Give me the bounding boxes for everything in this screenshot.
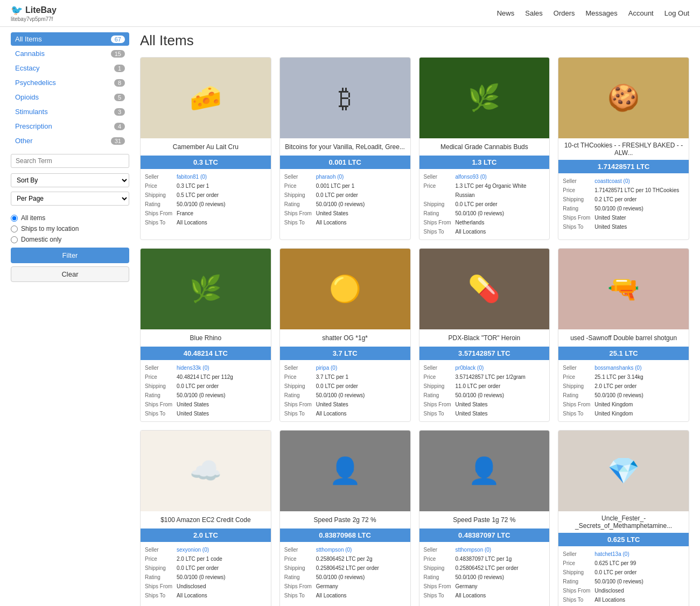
badge: 15 xyxy=(111,50,125,58)
badge: 4 xyxy=(114,123,125,130)
item-card[interactable]: 🌿 Blue Rhino 40.48214 LTC Sellerhidens33… xyxy=(140,248,271,422)
sidebar-item-cannabis[interactable]: Cannabis 15 xyxy=(11,47,129,60)
item-card[interactable]: 💊 PDX-Black "TOR" Heroin 3.57142857 LTC … xyxy=(419,248,550,422)
item-name: used -Sawnoff Double barrel shotgun xyxy=(558,329,689,347)
filter-radio-group: All items Ships to my location Domestic … xyxy=(11,214,129,243)
badge: 8 xyxy=(114,79,125,87)
item-card[interactable]: 🔫 used -Sawnoff Double barrel shotgun 25… xyxy=(558,248,689,422)
badge: 1 xyxy=(114,65,125,72)
sidebar-label: Psychedelics xyxy=(15,79,56,87)
item-name: Camember Au Lait Cru xyxy=(141,138,271,156)
item-details: Sellerfabiton81 (0) Price0.3 LTC per 1 S… xyxy=(141,169,271,230)
item-price: 40.48214 LTC xyxy=(141,347,271,360)
item-card[interactable]: ₿ Bitcoins for your Vanilla, ReLoadit, G… xyxy=(279,57,411,240)
badge: 31 xyxy=(111,137,125,145)
sidebar-label: Prescription xyxy=(15,122,52,130)
item-image: ₿ xyxy=(280,58,410,138)
item-details: Selleralfonso93 (0) Price1.3 LTC per 4g … xyxy=(419,169,550,239)
bird-icon: 🐦 xyxy=(11,4,23,16)
item-image: 👤 xyxy=(280,431,410,511)
nav-messages[interactable]: Messages xyxy=(586,9,618,17)
item-card[interactable]: 💎 Uncle_Fester_-_Secrets_of_Methamphetam… xyxy=(558,430,689,606)
item-name: Bitcoins for your Vanilla, ReLoadit, Gre… xyxy=(280,138,410,156)
item-card[interactable]: 👤 Speed Paste 2g 72 % 0.83870968 LTC Sel… xyxy=(279,430,411,606)
sidebar-item-psychedelics[interactable]: Psychedelics 8 xyxy=(11,76,129,89)
search-input[interactable] xyxy=(11,154,129,168)
item-price: 3.7 LTC xyxy=(280,347,410,360)
item-card[interactable]: 🟡 shatter OG *1g* 3.7 LTC Sellerpiripa (… xyxy=(279,248,411,422)
sidebar-label: Opioids xyxy=(15,93,39,101)
item-price: 25.1 LTC xyxy=(558,347,689,360)
nav-news[interactable]: News xyxy=(497,9,515,17)
item-name: Speed Paste 2g 72 % xyxy=(280,511,410,529)
items-grid: 🧀 Camember Au Lait Cru 0.3 LTC Sellerfab… xyxy=(140,57,689,606)
item-price: 0.001 LTC xyxy=(280,156,410,169)
sidebar-item-prescription[interactable]: Prescription 4 xyxy=(11,119,129,133)
item-card[interactable]: 👤 Speed Paste 1g 72 % 0.48387097 LTC Sel… xyxy=(419,430,550,606)
sidebar-label: Stimulants xyxy=(15,108,48,116)
item-details: Sellerhatchet13a (0) Price0.625 LTC per … xyxy=(558,546,689,606)
nav-links: News Sales Orders Messages Account Log O… xyxy=(497,9,689,17)
sidebar-label: Other xyxy=(15,137,33,145)
item-price: 1.71428571 LTC xyxy=(558,160,689,173)
filter-button[interactable]: Filter xyxy=(11,248,129,263)
logo: 🐦 LiteBay xyxy=(11,4,57,16)
item-card[interactable]: 🌿 Medical Grade Cannabis Buds 1.3 LTC Se… xyxy=(419,57,550,240)
item-details: Sellerpr0black (0) Price3.57142857 LTC p… xyxy=(419,360,550,421)
sidebar-item-other[interactable]: Other 31 xyxy=(11,134,129,147)
content-area: All Items 🧀 Camember Au Lait Cru 0.3 LTC… xyxy=(140,32,689,606)
per-page-select[interactable]: Per Page xyxy=(11,192,129,206)
item-name: Medical Grade Cannabis Buds xyxy=(419,138,550,156)
item-image: 🟡 xyxy=(280,249,410,329)
item-price: 0.625 LTC xyxy=(558,533,689,546)
item-image: 🌿 xyxy=(141,249,271,329)
item-card[interactable]: ☁️ $100 Amazon EC2 Credit Code 2.0 LTC S… xyxy=(140,430,271,606)
item-price: 2.0 LTC xyxy=(141,529,271,542)
item-details: Sellerhidens33k (0) Price40.48214 LTC pe… xyxy=(141,360,271,421)
item-price: 0.48387097 LTC xyxy=(419,529,550,542)
item-price: 0.83870968 LTC xyxy=(280,529,410,542)
nav-sales[interactable]: Sales xyxy=(525,9,543,17)
sidebar-label: Cannabis xyxy=(15,50,45,58)
sidebar-item-all-items[interactable]: All Items 67 xyxy=(11,32,129,46)
item-name: Uncle_Fester_-_Secrets_of_Methamphetamin… xyxy=(558,511,689,533)
badge: 67 xyxy=(111,36,125,43)
sidebar-label: Ecstacy xyxy=(15,64,40,72)
item-image: ☁️ xyxy=(141,431,271,511)
clear-button[interactable]: Clear xyxy=(11,266,129,282)
radio-domestic-only[interactable]: Domestic only xyxy=(11,236,129,243)
item-details: Sellerbossmanshanks (0) Price25.1 LTC pe… xyxy=(558,360,689,421)
badge: 3 xyxy=(114,108,125,116)
item-name: Speed Paste 1g 72 % xyxy=(419,511,550,529)
item-card[interactable]: 🍪 10-ct THCookies - - FRESHLY BAKED - - … xyxy=(558,57,689,240)
nav-logout[interactable]: Log Out xyxy=(664,9,689,17)
item-name: 10-ct THCookies - - FRESHLY BAKED - - AL… xyxy=(558,138,689,160)
item-image: 💎 xyxy=(558,431,689,511)
item-details: Sellerstthompson (0) Price0.25806452 LTC… xyxy=(280,542,410,603)
page-title: All Items xyxy=(140,32,689,49)
item-name: PDX-Black "TOR" Heroin xyxy=(419,329,550,347)
header: 🐦 LiteBay litebay7vp5pm77f News Sales Or… xyxy=(0,0,700,27)
sidebar-label: All Items xyxy=(15,35,42,43)
item-image: 🍪 xyxy=(558,58,689,138)
nav-account[interactable]: Account xyxy=(628,9,654,17)
item-image: 🧀 xyxy=(141,58,271,138)
item-card[interactable]: 🧀 Camember Au Lait Cru 0.3 LTC Sellerfab… xyxy=(140,57,271,240)
sidebar-item-opioids[interactable]: Opioids 5 xyxy=(11,90,129,104)
item-details: Sellerstthompson (0) Price0.48387097 LTC… xyxy=(419,542,550,603)
item-details: Sellerpharaoh (0) Price0.001 LTC per 1 S… xyxy=(280,169,410,230)
radio-ships-to-location[interactable]: Ships to my location xyxy=(11,225,129,232)
item-image: 💊 xyxy=(419,249,550,329)
nav-orders[interactable]: Orders xyxy=(554,9,575,17)
radio-all-items[interactable]: All items xyxy=(11,214,129,222)
sidebar: All Items 67 Cannabis 15 Ecstacy 1 Psych… xyxy=(11,32,129,606)
item-name: shatter OG *1g* xyxy=(280,329,410,347)
item-name: $100 Amazon EC2 Credit Code xyxy=(141,511,271,529)
item-image: 🌿 xyxy=(419,58,550,138)
item-details: Sellersexyonion (0) Price2.0 LTC per 1 c… xyxy=(141,542,271,603)
sidebar-item-ecstacy[interactable]: Ecstacy 1 xyxy=(11,61,129,75)
sort-by-select[interactable]: Sort By xyxy=(11,173,129,187)
sidebar-item-stimulants[interactable]: Stimulants 3 xyxy=(11,105,129,118)
logo-area: 🐦 LiteBay litebay7vp5pm77f xyxy=(11,4,57,22)
item-price: 3.57142857 LTC xyxy=(419,347,550,360)
